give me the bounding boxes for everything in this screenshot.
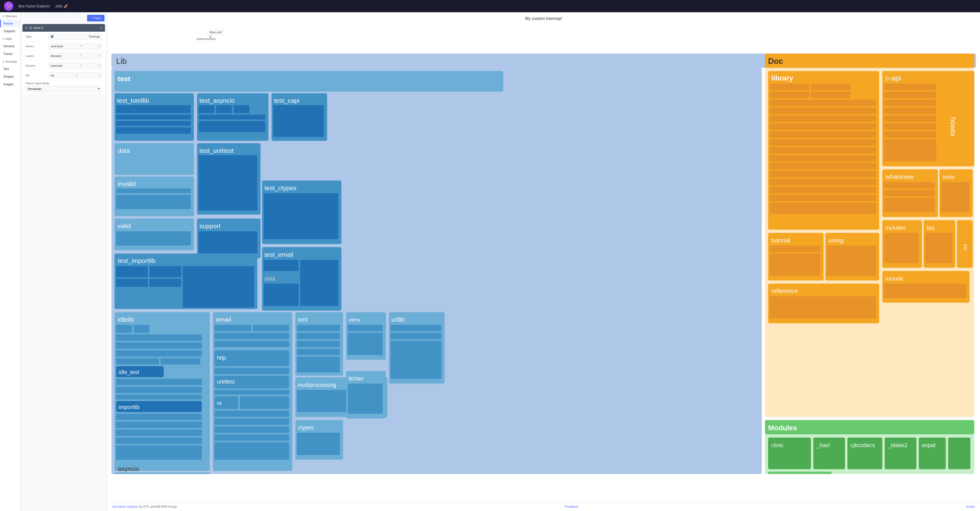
app-title: Bus Factor Explorer [18, 4, 50, 8]
ids-clear-icon[interactable]: ✕ [76, 74, 78, 76]
svg-rect-8 [116, 115, 191, 119]
sidebar-section-style[interactable]: ∨ Style [0, 35, 20, 42]
svg-rect-77 [215, 333, 289, 339]
labels-clear-icon[interactable]: ✕ [80, 54, 81, 57]
svg-rect-64 [116, 387, 202, 393]
field-parent-value-mode-label: Parent Value Mode [25, 82, 102, 85]
jobs-link[interactable]: Jobs 🚀 [55, 4, 68, 8]
svg-text:cjkcodecs: cjkcodecs [851, 442, 875, 448]
svg-rect-134 [770, 139, 876, 146]
bus-factor-explorer-link[interactable]: bus-factor-explorer [112, 505, 138, 508]
svg-rect-130 [770, 108, 876, 114]
trace-close-button[interactable]: ✕ [100, 26, 102, 30]
svg-rect-88 [215, 411, 289, 417]
trace-panel: + Trace ▼ trace 0 ✕ Type Treemap [21, 12, 107, 511]
sidebar-item-traces2[interactable]: Traces [0, 50, 20, 58]
field-parents-row: Parents parentIdx ✕ ▾ [22, 61, 105, 70]
svg-rect-15 [234, 105, 249, 113]
svg-rect-9 [116, 121, 191, 126]
svg-rect-131 [770, 116, 876, 122]
svg-rect-116 [297, 433, 340, 455]
footer: bus-factor-explorer by ICTL and BILSEN G… [107, 502, 980, 511]
sidebar-item-shapes[interactable]: Shapes [0, 73, 20, 81]
svg-text:c-api: c-api [886, 74, 901, 82]
field-values-row: Values busFactor ✕ ▾ [22, 41, 105, 51]
chart-title: My custom treemap! [111, 16, 976, 21]
svg-rect-50 [264, 283, 299, 306]
field-parents-label: Parents [25, 64, 49, 67]
labels-arrow-icon[interactable]: ▾ [99, 54, 100, 57]
svg-rect-87 [240, 396, 289, 409]
sidebar-item-subplots[interactable]: Subplots [0, 27, 20, 35]
svg-rect-51 [300, 260, 338, 306]
svg-text:xml: xml [298, 316, 308, 323]
trace-card-header: ▼ trace 0 ✕ [22, 24, 105, 32]
svg-rect-106 [391, 325, 441, 331]
svg-text:test_unittest: test_unittest [199, 147, 234, 154]
svg-text:ctypes: ctypes [298, 424, 314, 431]
svg-rect-59 [116, 358, 159, 365]
add-trace-button[interactable]: + Trace [87, 15, 105, 21]
svg-rect-16 [199, 115, 266, 119]
field-type-row: Type Treemap [22, 32, 105, 41]
svg-rect-142 [770, 202, 876, 213]
svg-text:test_ctypes: test_ctypes [264, 185, 297, 191]
svg-rect-198 [768, 472, 832, 474]
parents-arrow-icon[interactable]: ▾ [99, 64, 100, 67]
svg-rect-135 [770, 147, 876, 154]
svg-rect-39 [150, 266, 181, 277]
issues-link[interactable]: issues [966, 505, 975, 508]
treemap-type-icon [51, 35, 53, 38]
svg-rect-60 [161, 358, 200, 365]
svg-rect-25 [116, 189, 191, 193]
feedback-link[interactable]: Feedback [565, 505, 578, 508]
svg-text:asyncio: asyncio [118, 465, 139, 472]
field-labels-select[interactable]: filename ✕ ▾ [49, 53, 102, 59]
trace-chevron[interactable]: ▼ [25, 27, 28, 29]
treemap-visualization[interactable]: Lib test test_tomllib test_asyncio [111, 23, 976, 502]
svg-rect-91 [215, 435, 289, 441]
svg-rect-20 [273, 105, 324, 137]
svg-text:re: re [217, 400, 222, 406]
sidebar-item-text[interactable]: Text [0, 65, 20, 73]
svg-text:ext: ext [963, 244, 968, 251]
svg-text:urllib: urllib [391, 316, 405, 323]
field-values-select[interactable]: busFactor ✕ ▾ [49, 43, 102, 49]
field-type-value[interactable]: Treemap [49, 34, 102, 39]
svg-rect-99 [297, 357, 340, 373]
parent-value-mode-select[interactable]: Remainder ▾ [25, 86, 102, 92]
field-parents-select[interactable]: parentIdx ✕ ▾ [49, 63, 102, 68]
chevron-down-icon: ∨ [3, 14, 5, 18]
parents-clear-icon[interactable]: ✕ [80, 64, 82, 67]
svg-rect-70 [116, 430, 202, 436]
svg-rect-41 [150, 279, 181, 287]
svg-rect-137 [770, 163, 876, 169]
svg-rect-3 [115, 71, 503, 92]
svg-rect-65 [116, 395, 202, 400]
chevron-down-icon-style: ∨ [3, 37, 5, 40]
svg-text:test_tomllib: test_tomllib [117, 97, 149, 104]
svg-text:_hacl: _hacl [816, 442, 830, 448]
svg-rect-138 [770, 171, 876, 177]
svg-text:tkinter: tkinter [348, 375, 364, 382]
sidebar-item-traces[interactable]: Traces [0, 20, 20, 27]
sidebar-item-images[interactable]: Images [0, 81, 20, 88]
field-ids-select[interactable]: idx ✕ ▾ [49, 73, 102, 78]
parent-value-mode-arrow-icon[interactable]: ▾ [98, 87, 100, 91]
ids-arrow-icon[interactable]: ▾ [99, 74, 100, 76]
sidebar-item-general[interactable]: General [0, 42, 20, 50]
svg-rect-133 [770, 131, 876, 138]
svg-text:data: data [264, 275, 275, 282]
sidebar-section-annotate[interactable]: ∨ Annotate [0, 58, 20, 65]
values-clear-icon[interactable]: ✕ [80, 45, 82, 48]
sidebar-section-structure[interactable]: ∨ Structure [0, 12, 20, 20]
svg-rect-35 [199, 231, 258, 253]
svg-rect-29 [199, 155, 258, 210]
svg-text:reference: reference [771, 287, 798, 295]
field-parent-value-mode-row: Parent Value Mode Remainder ▾ [22, 80, 105, 94]
svg-rect-128 [811, 92, 851, 98]
values-arrow-icon[interactable]: ▾ [99, 45, 100, 48]
svg-text:invalid: invalid [118, 180, 136, 187]
trace-fields: Type Treemap Values busFactor ✕ ▾ [22, 32, 105, 94]
svg-rect-45 [264, 193, 338, 239]
